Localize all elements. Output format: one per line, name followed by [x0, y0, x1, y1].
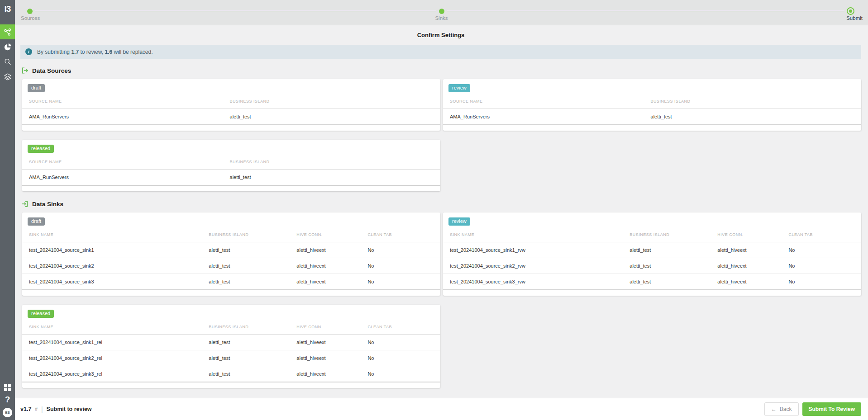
info-banner: i By submitting 1.7 to review, 1.6 will …	[20, 45, 861, 59]
data-sources-review-table: SOURCE NAMEBUSINESS ISLANDAMA_RunServers…	[443, 95, 861, 125]
search-icon	[4, 58, 12, 66]
column-header: SOURCE NAME	[22, 95, 223, 109]
table-row: test_20241004_source_sink3aletti_testale…	[22, 274, 440, 290]
user-avatar[interactable]: ES	[3, 408, 12, 417]
step-label-sources: Sources	[21, 15, 40, 21]
help-icon[interactable]: ?	[5, 395, 10, 405]
wizard-stepper: Sources Sinks Submit	[15, 0, 868, 25]
sink-import-icon	[21, 200, 29, 208]
table-cell: aletti_test	[202, 242, 290, 258]
apps-grid-icon[interactable]	[4, 384, 11, 392]
table-row: test_20241004_source_sink1_rvwaletti_tes…	[443, 242, 861, 258]
data-sinks-draft-table: SINK NAMEBUSINESS ISLANDHIVE CONN.CLEAN …	[22, 228, 440, 290]
data-sources-released-card: releasedSOURCE NAMEBUSINESS ISLANDAMA_Ru…	[22, 140, 440, 191]
column-header: HIVE CONN.	[290, 321, 361, 335]
table-row: AMA_RunServersaletti_test	[22, 109, 440, 125]
table-cell: aletti_test	[202, 350, 290, 366]
sidebar-nav	[0, 24, 15, 84]
table-cell: aletti_test	[623, 242, 711, 258]
table-cell: aletti_test	[623, 274, 711, 290]
table-cell: AMA_RunServers	[22, 109, 223, 125]
back-arrow-icon: ←	[771, 406, 777, 412]
column-header: BUSINESS ISLAND	[644, 95, 861, 109]
sidebar-item-pipeline[interactable]	[0, 24, 15, 39]
table-cell: aletti_test	[223, 170, 440, 186]
back-button[interactable]: ← Back	[764, 402, 799, 416]
table-cell: aletti_test	[202, 335, 290, 350]
step-dot-sources	[27, 9, 33, 14]
table-cell: aletti_test	[202, 366, 290, 382]
table-row: test_20241004_source_sink3_rvwaletti_tes…	[443, 274, 861, 290]
data-sinks-draft-card: draftSINK NAMEBUSINESS ISLANDHIVE CONN.C…	[22, 212, 440, 296]
column-header: BUSINESS ISLAND	[202, 321, 290, 335]
table-cell: aletti_hiveext	[711, 274, 782, 290]
status-badge: draft	[28, 217, 45, 226]
table-cell: No	[361, 258, 440, 274]
table-row: AMA_RunServersaletti_test	[22, 170, 440, 186]
column-header: SINK NAME	[22, 321, 202, 335]
sidebar: i3	[0, 0, 15, 420]
table-cell: aletti_test	[223, 109, 440, 125]
content: Confirm Settings i By submitting 1.7 to …	[15, 25, 868, 398]
data-sinks-cards: draftSINK NAMEBUSINESS ISLANDHIVE CONN.C…	[22, 212, 861, 388]
step-label-submit: Submit	[846, 15, 863, 21]
pie-chart-icon	[4, 43, 12, 51]
footer-divider: |	[41, 406, 43, 413]
table-cell: test_20241004_source_sink2_rel	[22, 350, 202, 366]
table-row: AMA_RunServersaletti_test	[443, 109, 861, 125]
table-cell: test_20241004_source_sink3_rvw	[443, 274, 623, 290]
table-cell: No	[361, 242, 440, 258]
table-cell: aletti_hiveext	[290, 274, 361, 290]
section-title: Data Sources	[32, 67, 71, 74]
table-cell: aletti_hiveext	[711, 258, 782, 274]
data-sinks-review-table: SINK NAMEBUSINESS ISLANDHIVE CONN.CLEAN …	[443, 228, 861, 290]
data-sources-section: Data Sources draftSOURCE NAMEBUSINESS IS…	[20, 67, 861, 191]
status-badge: review	[448, 217, 470, 226]
table-row: test_20241004_source_sink2aletti_testale…	[22, 258, 440, 274]
sidebar-item-reports[interactable]	[0, 39, 15, 54]
table-cell: aletti_test	[202, 258, 290, 274]
table-cell: No	[782, 274, 861, 290]
table-cell: aletti_hiveext	[290, 258, 361, 274]
table-cell: aletti_hiveext	[290, 242, 361, 258]
column-header: SOURCE NAME	[22, 156, 223, 170]
banner-message: By submitting 1.7 to review, 1.6 will be…	[37, 49, 153, 55]
table-cell: aletti_hiveext	[711, 242, 782, 258]
table-cell: aletti_hiveext	[290, 350, 361, 366]
table-cell: aletti_test	[623, 258, 711, 274]
table-cell: test_20241004_source_sink1_rel	[22, 335, 202, 350]
status-badge: draft	[28, 84, 45, 92]
data-sinks-released-table: SINK NAMEBUSINESS ISLANDHIVE CONN.CLEAN …	[22, 321, 440, 382]
column-header: SINK NAME	[443, 228, 623, 242]
data-sinks-released-card: releasedSINK NAMEBUSINESS ISLANDHIVE CON…	[22, 305, 440, 388]
column-header: BUSINESS ISLAND	[202, 228, 290, 242]
table-cell: test_20241004_source_sink2	[22, 258, 202, 274]
column-header: BUSINESS ISLAND	[623, 228, 711, 242]
column-header: CLEAN TAB	[782, 228, 861, 242]
column-header: SINK NAME	[22, 228, 202, 242]
data-sources-review-card: reviewSOURCE NAMEBUSINESS ISLANDAMA_RunS…	[443, 79, 861, 131]
table-cell: No	[361, 366, 440, 382]
data-sources-draft-table: SOURCE NAMEBUSINESS ISLANDAMA_RunServers…	[22, 95, 440, 125]
table-cell: aletti_test	[644, 109, 861, 125]
status-badge: review	[448, 84, 470, 92]
sidebar-bottom: ? ES	[3, 384, 12, 420]
data-sinks-section: Data Sinks draftSINK NAMEBUSINESS ISLAND…	[20, 200, 861, 388]
version-label: v1.7	[20, 406, 31, 412]
data-sources-draft-card: draftSOURCE NAMEBUSINESS ISLANDAMA_RunSe…	[22, 79, 440, 131]
table-cell: test_20241004_source_sink3	[22, 274, 202, 290]
status-badge: released	[28, 310, 54, 318]
step-label-sinks: Sinks	[435, 15, 448, 21]
column-header: CLEAN TAB	[361, 321, 440, 335]
table-cell: aletti_hiveext	[290, 366, 361, 382]
table-cell: No	[361, 335, 440, 350]
table-cell: aletti_test	[202, 274, 290, 290]
flow-icon	[4, 28, 12, 36]
sidebar-item-search[interactable]	[0, 54, 15, 69]
step-dot-sinks	[439, 9, 444, 14]
hash-icon[interactable]: #	[35, 407, 38, 412]
column-header: SOURCE NAME	[443, 95, 644, 109]
submit-to-review-button[interactable]: Submit To Review	[802, 402, 861, 416]
column-header: HIVE CONN.	[290, 228, 361, 242]
sidebar-item-layers[interactable]	[0, 69, 15, 84]
